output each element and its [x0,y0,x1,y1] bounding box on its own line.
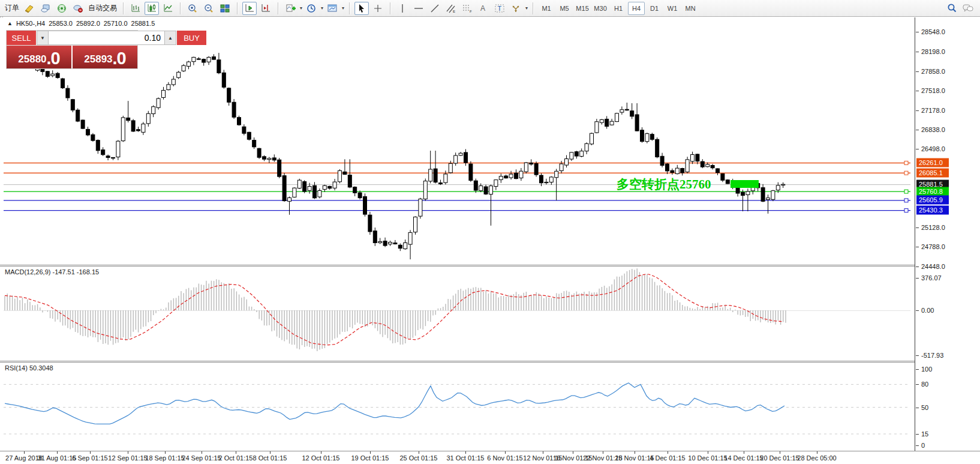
periods-clock-icon[interactable] [304,2,318,15]
time-tick-mark [370,451,371,454]
timeframe-m5[interactable]: M5 [556,2,573,15]
price-tick-label: 24448.0 [921,263,945,270]
label-tool-icon[interactable]: T [492,2,507,15]
svg-text:E: E [453,10,455,13]
toolbar-right-group [946,3,976,14]
annotation-highlight-rect[interactable] [731,180,759,188]
price-tick-label: 25128.0 [921,224,945,231]
text-tool-icon[interactable]: A [476,2,491,15]
chart-header: ▲ HK50-,H4 25853.0 25892.0 25710.0 25881… [7,20,155,27]
time-tick-label: 4 Dec 01:15 [650,454,685,462]
cursor-icon[interactable] [354,2,369,15]
price-tick-label: 27858.0 [921,68,945,75]
time-tick-mark [90,451,91,454]
time-tick-label: 31 Aug 01:15 [38,454,77,462]
signal-icon[interactable] [55,2,69,15]
time-tick-mark [24,451,25,454]
macd-pane[interactable]: MACD(12,26,9) -147.51 -168.15 [0,267,915,361]
arrows-dropdown-caret[interactable]: ▾ [525,5,528,11]
timeframe-h1[interactable]: H1 [610,2,627,15]
timeframe-mn[interactable]: MN [682,2,699,15]
ohlc-open: 25853.0 [49,20,73,27]
timeframe-w1[interactable]: W1 [664,2,681,15]
timeframe-m15[interactable]: M15 [574,2,591,15]
toolbar-separator [390,2,390,14]
time-tick-mark [635,451,635,454]
svg-text:F: F [470,10,472,13]
bar-chart-type-icon[interactable] [128,2,143,15]
time-tick-mark [668,451,668,454]
search-icon[interactable] [946,3,957,14]
turning-point-annotation[interactable]: 多空转折点25760 [617,176,711,193]
templates-dropdown-caret[interactable]: ▾ [342,5,344,11]
indicators-add-icon[interactable] [283,2,297,15]
time-tick-mark [708,451,708,454]
autotrading-icon[interactable] [71,2,85,15]
price-tag-green: 25760.8 [916,187,949,196]
time-tick-label: 18 Sep 01:15 [145,454,184,462]
terminal-cloud-icon[interactable] [38,2,53,15]
time-tick-label: 24 Sep 01:15 [182,454,221,462]
vertical-line-tool-icon[interactable] [395,2,410,15]
candlestick-chart-type-icon[interactable] [145,2,159,15]
rsi-axis-label: 15 [921,430,928,438]
time-tick-mark [202,451,202,454]
buy-button[interactable]: BUY [177,31,206,45]
autotrading-label[interactable]: 自动交易 [87,3,118,13]
horizontal-line-tool-icon[interactable] [411,2,426,15]
macd-axis-label: 0.00 [921,307,934,314]
volume-decrease-button[interactable]: ▼ [37,31,49,45]
time-tick-mark [236,451,236,454]
zoom-in-icon[interactable] [185,2,200,15]
price-tag-orange: 26085.1 [916,168,949,177]
time-tick-mark [505,451,506,454]
buy-price-display[interactable]: 25893.0 [73,46,137,68]
volume-increase-button[interactable]: ▲ [164,31,176,45]
price-axis[interactable]: 28548.028198.027858.027518.027178.026838… [915,17,980,451]
volume-input[interactable] [49,31,164,45]
time-tick-label: 25 Oct 01:15 [400,454,438,462]
rsi-pane[interactable]: RSI(14) 50.3048 [0,363,915,451]
line-chart-type-icon[interactable] [161,2,175,15]
new-order-button[interactable]: 订单 [4,3,20,13]
timeframe-m30[interactable]: M30 [592,2,609,15]
arrows-tool-icon[interactable] [509,2,523,15]
auto-scroll-icon[interactable] [242,2,257,15]
time-tick-label: 6 Sep 01:15 [72,454,107,462]
templates-icon[interactable] [325,2,339,15]
time-tick-label: 14 Dec 01:15 [724,454,763,462]
buy-price-fraction: .0 [113,50,126,67]
time-tick-label: 28 Dec 05:00 [797,454,836,462]
tile-windows-icon[interactable] [218,2,232,15]
sell-button[interactable]: SELL [7,31,36,45]
collapse-panel-icon[interactable]: ▲ [7,20,13,26]
time-tick-label: 19 Oct 01:15 [351,454,389,462]
time-tick-mark [128,451,128,454]
quotes-book-icon[interactable] [22,2,37,15]
time-tick-label: 31 Oct 01:15 [447,454,485,462]
sell-price-display[interactable]: 25880.0 [7,46,71,68]
indicators-dropdown-caret[interactable]: ▾ [300,5,302,11]
time-tick-label: 20 Dec 01:15 [760,454,799,462]
rsi-axis-label: 100 [921,366,932,373]
chat-icon[interactable] [962,3,974,14]
timeframe-d1[interactable]: D1 [646,2,663,15]
timeframe-h4[interactable]: H4 [628,2,645,15]
price-tick-label: 27518.0 [921,87,945,94]
trendline-tool-icon[interactable] [428,2,442,15]
channel-tool-icon[interactable]: E [444,2,458,15]
time-tick-mark [57,451,58,454]
ohlc-close: 25881.5 [131,20,155,27]
fibonacci-tool-icon[interactable]: F [460,2,474,15]
toolbar-separator [237,2,238,14]
zoom-out-icon[interactable] [202,2,216,15]
timeframe-m1[interactable]: M1 [538,2,555,15]
svg-text:A: A [480,4,485,13]
chart-shift-icon[interactable] [258,2,273,15]
main-toolbar: 订单 自动交易 ▾ ▾ ▾ [0,0,980,17]
crosshair-icon[interactable] [371,2,385,15]
periods-dropdown-caret[interactable]: ▾ [321,5,323,11]
sell-price-main: 25880 [18,52,46,67]
time-axis[interactable]: 27 Aug 201831 Aug 01:156 Sep 01:1512 Sep… [0,451,980,464]
macd-axis-label: 376.07 [921,274,942,282]
